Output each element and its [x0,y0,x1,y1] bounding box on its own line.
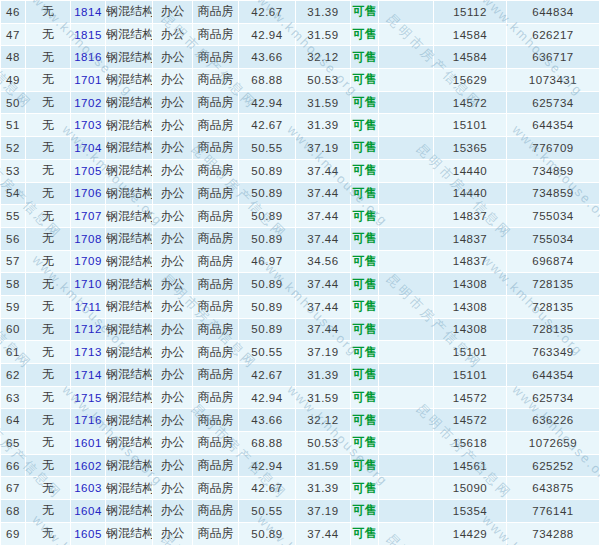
area-cell: 43.66 [239,409,295,431]
room-number-link[interactable]: 1710 [74,278,102,290]
row-number-cell: 50 [1,92,25,114]
structure-cell: 钢混结构 [106,455,152,477]
total-price-cell: 636226 [507,409,599,431]
table-row: 56 无 1708 钢混结构 办公 商品房 50.89 37.44 可售 148… [1,228,599,250]
table-row: 48 无 1816 钢混结构 办公 商品房 43.66 32.12 可售 145… [1,46,599,68]
housing-type-cell: 商品房 [193,137,238,159]
total-price-cell: 763349 [507,341,599,363]
spacer-cell [379,92,433,114]
room-number-link[interactable]: 1708 [74,233,102,245]
unit-price-cell: 15629 [434,69,506,91]
inner-area-cell: 31.59 [296,455,350,477]
total-price-cell: 755034 [507,228,599,250]
structure-cell: 钢混结构 [106,251,152,273]
spacer-cell [379,228,433,250]
usage-cell: 办公 [153,500,192,522]
area-cell: 50.89 [239,160,295,182]
room-number-link[interactable]: 1604 [74,505,102,517]
table-row: 64 无 1716 钢混结构 办公 商品房 43.66 32.12 可售 145… [1,409,599,431]
room-number-link[interactable]: 1711 [75,301,102,313]
room-number-link[interactable]: 1707 [74,210,102,222]
room-number-link[interactable]: 1704 [74,142,102,154]
housing-type-cell: 商品房 [193,477,238,499]
total-price-cell: 643875 [507,477,599,499]
none-cell: 无 [26,205,70,227]
status-badge: 可售 [353,95,377,109]
row-number-cell: 63 [1,387,25,409]
status-badge: 可售 [353,4,377,18]
status-badge: 可售 [353,254,377,268]
structure-cell: 钢混结构 [106,273,152,295]
room-number-link[interactable]: 1712 [74,323,102,335]
room-number-link[interactable]: 1814 [74,6,102,18]
inner-area-cell: 37.44 [296,319,350,341]
none-cell: 无 [26,409,70,431]
unit-price-cell: 14837 [434,205,506,227]
area-cell: 42.94 [239,387,295,409]
usage-cell: 办公 [153,1,192,23]
room-number-link[interactable]: 1714 [74,369,102,381]
none-cell: 无 [26,387,70,409]
room-number-link[interactable]: 1815 [74,29,102,41]
structure-cell: 钢混结构 [106,228,152,250]
usage-cell: 办公 [153,24,192,46]
room-number-link[interactable]: 1602 [74,460,102,472]
unit-price-cell: 14572 [434,92,506,114]
status-badge: 可售 [353,186,377,200]
status-badge: 可售 [353,413,377,427]
unit-price-cell: 14429 [434,523,506,545]
unit-price-cell: 15112 [434,1,506,23]
room-number-link[interactable]: 1705 [74,165,102,177]
structure-cell: 钢混结构 [106,387,152,409]
unit-price-cell: 15354 [434,500,506,522]
room-number-link[interactable]: 1701 [74,74,102,86]
area-cell: 50.89 [239,183,295,205]
spacer-cell [379,183,433,205]
area-cell: 42.94 [239,455,295,477]
area-cell: 50.55 [239,137,295,159]
usage-cell: 办公 [153,114,192,136]
area-cell: 42.67 [239,1,295,23]
area-cell: 42.94 [239,92,295,114]
spacer-cell [379,341,433,363]
area-cell: 68.88 [239,69,295,91]
room-number-link[interactable]: 1702 [74,97,102,109]
table-row: 54 无 1706 钢混结构 办公 商品房 50.89 37.44 可售 144… [1,183,599,205]
unit-price-cell: 15101 [434,364,506,386]
room-number-link[interactable]: 1601 [74,437,102,449]
inner-area-cell: 31.59 [296,92,350,114]
row-number-cell: 57 [1,251,25,273]
room-number-link[interactable]: 1703 [74,119,102,131]
none-cell: 无 [26,228,70,250]
total-price-cell: 776141 [507,500,599,522]
room-number-link[interactable]: 1709 [74,255,102,267]
usage-cell: 办公 [153,409,192,431]
row-number-cell: 53 [1,160,25,182]
room-number-link[interactable]: 1713 [74,346,102,358]
inner-area-cell: 31.39 [296,114,350,136]
room-number-link[interactable]: 1706 [74,187,102,199]
row-number-cell: 59 [1,296,25,318]
room-number-link[interactable]: 1816 [74,51,102,63]
none-cell: 无 [26,319,70,341]
structure-cell: 钢混结构 [106,1,152,23]
row-number-cell: 55 [1,205,25,227]
none-cell: 无 [26,523,70,545]
table-row: 65 无 1601 钢混结构 办公 商品房 68.88 50.53 可售 156… [1,432,599,454]
room-number-link[interactable]: 1716 [74,414,102,426]
room-number-link[interactable]: 1603 [74,482,102,494]
usage-cell: 办公 [153,477,192,499]
spacer-cell [379,160,433,182]
spacer-cell [379,409,433,431]
total-price-cell: 644354 [507,364,599,386]
inner-area-cell: 37.19 [296,341,350,363]
inner-area-cell: 37.44 [296,523,350,545]
table-row: 51 无 1703 钢混结构 办公 商品房 42.67 31.39 可售 151… [1,114,599,136]
room-number-link[interactable]: 1605 [74,528,102,540]
room-number-link[interactable]: 1715 [74,392,102,404]
structure-cell: 钢混结构 [106,319,152,341]
table-row: 62 无 1714 钢混结构 办公 商品房 42.67 31.39 可售 151… [1,364,599,386]
status-badge: 可售 [353,50,377,64]
spacer-cell [379,364,433,386]
table-row: 57 无 1709 钢混结构 办公 商品房 46.97 34.56 可售 148… [1,251,599,273]
